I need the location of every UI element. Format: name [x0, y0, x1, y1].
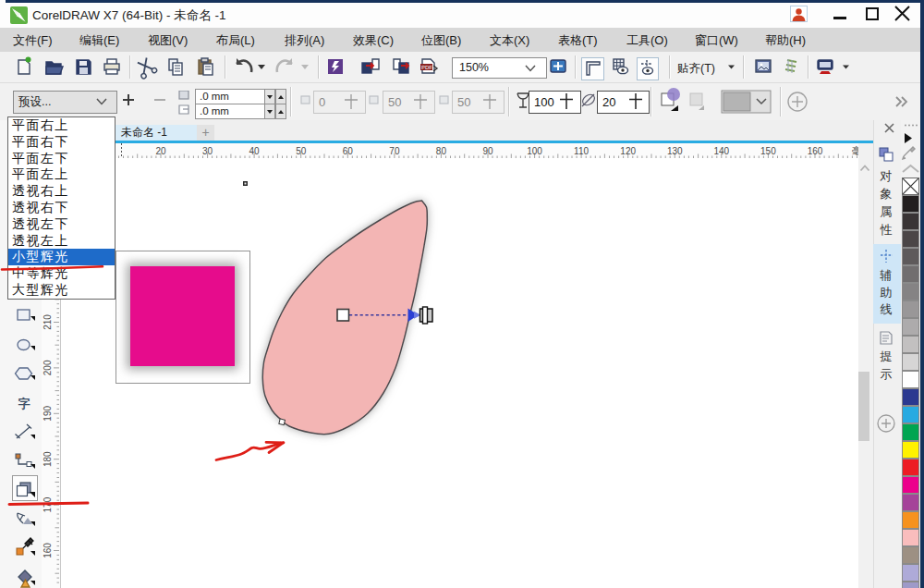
svg-text:150: 150: [760, 145, 776, 155]
svg-text:180: 180: [43, 450, 53, 466]
svg-text:130: 130: [667, 145, 683, 155]
svg-text:PDF: PDF: [421, 65, 432, 70]
svg-text:80: 80: [436, 145, 447, 155]
svg-text:200: 200: [43, 360, 53, 375]
svg-text:90: 90: [482, 145, 493, 155]
svg-text:190: 190: [43, 405, 53, 421]
svg-text:160: 160: [808, 145, 823, 155]
svg-text:110: 110: [574, 145, 589, 155]
svg-text:120: 120: [620, 145, 636, 155]
svg-text:170: 170: [43, 496, 53, 512]
svg-text:20: 20: [155, 145, 166, 155]
svg-text:40: 40: [249, 145, 261, 155]
svg-text:210: 210: [43, 313, 53, 329]
svg-text:50: 50: [296, 145, 307, 155]
svg-text:30: 30: [202, 145, 213, 155]
svg-text:70: 70: [389, 145, 400, 155]
svg-text:60: 60: [343, 145, 354, 155]
svg-text:140: 140: [713, 145, 729, 155]
svg-text:字: 字: [18, 397, 30, 410]
svg-text:160: 160: [43, 542, 53, 557]
svg-text:100: 100: [527, 145, 542, 155]
